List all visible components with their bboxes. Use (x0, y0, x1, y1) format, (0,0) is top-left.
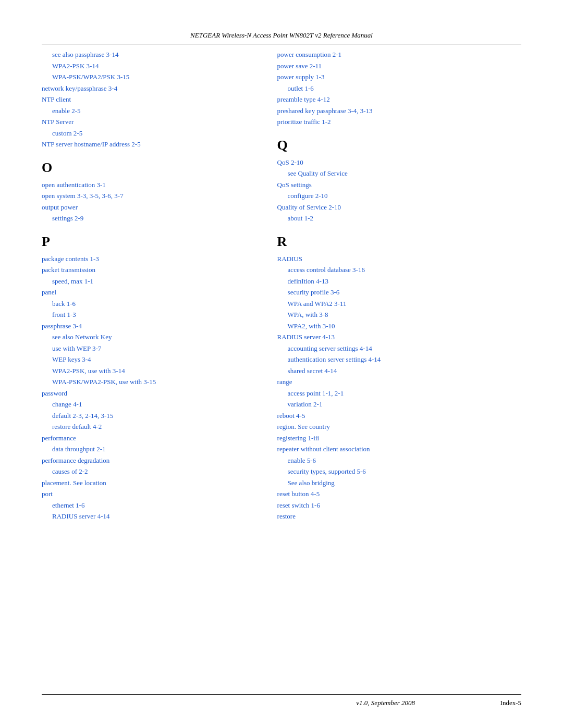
index-entry-text[interactable]: enable 2-5 (52, 107, 81, 115)
index-entry-text[interactable]: Quality of Service 2-10 (277, 203, 341, 211)
index-entry-text[interactable]: RADIUS (277, 255, 302, 263)
index-entry-text[interactable]: shared secret 4-14 (288, 367, 337, 375)
index-entry-text[interactable]: WPA and WPA2 3-11 (288, 300, 347, 307)
index-entry: outlet 1-6 (277, 83, 521, 94)
index-entry-text[interactable]: network key/passphrase 3-4 (42, 84, 117, 92)
index-entry: Quality of Service 2-10 (277, 202, 521, 213)
index-entry-text[interactable]: back 1-6 (52, 300, 76, 307)
index-entry: WPA-PSK/WPA2-PSK, use with 3-15 (42, 377, 262, 387)
index-entry: prioritize traffic 1-2 (277, 117, 521, 127)
index-entry-text[interactable]: WPA, with 3-8 (288, 311, 328, 318)
index-entry-text[interactable]: region. See country (277, 423, 330, 430)
index-entry-text[interactable]: NTP server hostname/IP address 2-5 (42, 140, 141, 148)
index-entry-text[interactable]: performance (42, 434, 76, 442)
index-entry: change 4-1 (42, 399, 262, 410)
index-entry-text[interactable]: see Quality of Service (288, 169, 348, 177)
index-entry-text[interactable]: outlet 1-6 (288, 84, 314, 92)
index-entry: password (42, 388, 262, 399)
index-entry-text[interactable]: restore (277, 512, 296, 520)
index-entry-text[interactable]: preshared key passphrase 3-4, 3-13 (277, 107, 373, 115)
index-entry-text[interactable]: reboot 4-5 (277, 412, 305, 419)
index-entry: passphrase 3-4 (42, 321, 262, 331)
index-entry-text[interactable]: RADIUS server 4-13 (277, 333, 335, 341)
index-entry-text[interactable]: power supply 1-3 (277, 73, 325, 81)
index-entry-text[interactable]: prioritize traffic 1-2 (277, 118, 331, 126)
index-entry: about 1-2 (277, 213, 521, 224)
index-entry-text[interactable]: open authentication 3-1 (42, 181, 106, 189)
index-entry-text[interactable]: about 1-2 (288, 214, 313, 222)
index-entry-text[interactable]: NTP Server (42, 118, 74, 126)
index-entry-text[interactable]: QoS 2-10 (277, 158, 303, 166)
index-entry-text[interactable]: RADIUS server 4-14 (52, 512, 109, 520)
index-entry-text[interactable]: see also Network Key (52, 333, 112, 341)
index-entry: NTP Server (42, 117, 262, 127)
index-entry: see Quality of Service (277, 168, 521, 179)
index-entry-text[interactable]: WPA2-PSK, use with 3-14 (52, 367, 125, 375)
index-entry-text[interactable]: power save 2-11 (277, 62, 322, 70)
index-entry-text[interactable]: password (42, 389, 67, 397)
index-entry-text[interactable]: default 2-3, 2-14, 3-15 (52, 412, 113, 419)
index-entry-text[interactable]: security types, supported 5-6 (288, 467, 366, 475)
index-entry-text[interactable]: change 4-1 (52, 400, 82, 408)
index-entry: see also Network Key (42, 332, 262, 342)
index-entry-text[interactable]: port (42, 490, 53, 498)
index-entry: access point 1-1, 2-1 (277, 388, 521, 399)
index-entry-text[interactable]: enable 5-6 (288, 456, 316, 464)
index-entry-text[interactable]: NTP client (42, 95, 71, 103)
index-entry-text[interactable]: See also bridging (288, 479, 335, 487)
index-entry-text[interactable]: WPA-PSK/WPA2/PSK 3-15 (52, 73, 129, 81)
index-entry-text[interactable]: definItion 4-13 (288, 277, 328, 285)
index-entry-text[interactable]: output power (42, 203, 78, 211)
index-entry-text[interactable]: accounting server settings 4-14 (288, 344, 372, 352)
index-entry-text[interactable]: registering 1-iii (277, 434, 320, 442)
index-entry: preamble type 4-12 (277, 94, 521, 105)
index-entry-text[interactable]: WEP keys 3-4 (52, 355, 91, 363)
index-entry: packet transmission (42, 265, 262, 275)
index-entry-text[interactable]: repeater without client association (277, 445, 370, 453)
index-entry-text[interactable]: QoS settings (277, 181, 312, 189)
index-entry-text[interactable]: authentication server settings 4-14 (288, 355, 381, 363)
index-entry-text[interactable]: placement. See location (42, 479, 106, 487)
index-entry: RADIUS server 4-13 (277, 332, 521, 342)
index-entry-text[interactable]: open system 3-3, 3-5, 3-6, 3-7 (42, 192, 124, 200)
index-entry-text[interactable]: custom 2-5 (52, 129, 82, 137)
index-entry-text[interactable]: speed, max 1-1 (52, 277, 93, 285)
index-entry-text[interactable]: packet transmission (42, 266, 95, 274)
index-entry: WPA2, with 3-10 (277, 321, 521, 331)
index-entry: preshared key passphrase 3-4, 3-13 (277, 106, 521, 116)
index-entry-text[interactable]: WPA-PSK/WPA2-PSK, use with 3-15 (52, 378, 156, 386)
index-entry-text[interactable]: WPA2, with 3-10 (288, 322, 335, 330)
index-entry-text[interactable]: causes of 2-2 (52, 467, 88, 475)
index-entry-text[interactable]: configure 2-10 (288, 192, 328, 200)
index-entry-text[interactable]: variation 2-1 (288, 400, 323, 408)
index-entry-text[interactable]: see also passphrase 3-14 (52, 51, 118, 58)
index-entry: back 1-6 (42, 299, 262, 309)
index-entry-text[interactable]: passphrase 3-4 (42, 322, 82, 330)
index-entry: power supply 1-3 (277, 72, 521, 82)
index-entry-text[interactable]: access point 1-1, 2-1 (288, 389, 344, 397)
index-entry: front 1-3 (42, 310, 262, 320)
index-entry-text[interactable]: package contents 1-3 (42, 255, 99, 263)
index-entry-text[interactable]: performance degradation (42, 456, 109, 464)
index-entry-text[interactable]: WPA2-PSK 3-14 (52, 62, 99, 70)
index-entry-text[interactable]: power consumption 2-1 (277, 51, 341, 58)
section-letter-p: P (42, 234, 262, 250)
index-entry-text[interactable]: use with WEP 3-7 (52, 344, 101, 352)
index-entry-text[interactable]: security profile 3-6 (288, 288, 340, 296)
index-entry-text[interactable]: restore default 4-2 (52, 423, 102, 430)
index-entry-text[interactable]: preamble type 4-12 (277, 95, 330, 103)
index-entry: reset button 4-5 (277, 489, 521, 499)
index-entry-text[interactable]: ethernet 1-6 (52, 501, 84, 509)
index-entry: enable 2-5 (42, 106, 262, 116)
index-entry-text[interactable]: data throughput 2-1 (52, 445, 106, 453)
index-entry-text[interactable]: panel (42, 288, 56, 296)
header-title: NETGEAR Wireless-N Access Point WN802T v… (190, 31, 373, 39)
index-entry: port (42, 489, 262, 499)
index-entry-text[interactable]: settings 2-9 (52, 214, 83, 222)
index-entry-text[interactable]: front 1-3 (52, 311, 76, 318)
index-entry-text[interactable]: reset switch 1-6 (277, 501, 320, 509)
index-entry: range (277, 377, 521, 387)
index-entry-text[interactable]: reset button 4-5 (277, 490, 320, 498)
index-entry-text[interactable]: access control database 3-16 (288, 266, 365, 274)
index-entry-text[interactable]: range (277, 378, 292, 386)
